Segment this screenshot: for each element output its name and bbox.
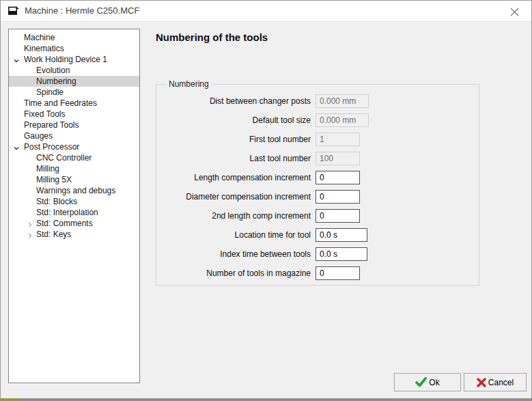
sidebar-item-std-comments[interactable]: Std: Comments (9, 218, 139, 229)
sidebar-item-gauges[interactable]: Gauges (9, 130, 139, 141)
settings-tree: Machine Kinematics Work Holding Device 1… (8, 29, 140, 383)
sidebar-item-machine[interactable]: Machine (9, 32, 139, 43)
group-legend: Numbering (166, 79, 212, 89)
location-time-for-tool-input[interactable] (316, 228, 367, 242)
ok-button[interactable]: Ok (394, 373, 461, 391)
field-default-tool-size: Default tool size (163, 113, 471, 127)
cancel-button-label: Cancel (488, 378, 514, 387)
field-label: Default tool size (163, 115, 316, 125)
machine-icon (8, 5, 20, 19)
background-window-edge (0, 398, 532, 401)
diameter-compensation-increment-input[interactable] (316, 190, 360, 204)
field-location-time-for-tool: Location time for tool (163, 228, 471, 242)
ok-button-label: Ok (429, 378, 439, 387)
sidebar-item-cnc-controller[interactable]: CNC Controller (9, 152, 139, 163)
sidebar-item-kinematics[interactable]: Kinematics (9, 43, 139, 54)
field-label: Last tool number (163, 154, 316, 163)
field-index-time-between-tools: Index time between tools (163, 247, 471, 261)
chevron-right-icon[interactable] (27, 220, 33, 227)
field-number-of-tools-in-magazine: Number of tools in magazine (163, 266, 471, 280)
field-first-tool-number: First tool number (163, 133, 471, 146)
chevron-down-icon[interactable] (13, 56, 20, 63)
field-last-tool-number: Last tool number (163, 152, 471, 165)
sidebar-item-spindle[interactable]: Spindle (9, 87, 139, 98)
dist-between-changer-posts-input (316, 94, 369, 108)
sidebar-item-numbering[interactable]: Numbering (9, 76, 139, 87)
chevron-down-icon[interactable] (13, 143, 20, 150)
first-tool-number-input (316, 133, 360, 146)
index-time-between-tools-input[interactable] (316, 247, 367, 261)
field-label: Number of tools in magazine (163, 268, 316, 278)
sidebar-item-milling[interactable]: Milling (9, 163, 139, 174)
sidebar-item-milling-5x[interactable]: Milling 5X (9, 174, 139, 185)
close-icon[interactable] (508, 5, 520, 18)
field-label: Diameter compensation increment (163, 192, 316, 202)
sidebar-item-prepared-tools[interactable]: Prepared Tools (9, 120, 139, 130)
numbering-group: Numbering Dist between changer posts Def… (156, 79, 479, 286)
last-tool-number-input (316, 152, 360, 165)
sidebar-item-std-blocks[interactable]: Std: Blocks (9, 196, 139, 207)
sidebar-item-warnings-and-debugs[interactable]: Warnings and debugs (9, 185, 139, 196)
sidebar-item-std-interpolation[interactable]: Std: Interpolation (9, 207, 139, 218)
sidebar-item-work-holding-device-1[interactable]: Work Holding Device 1 (9, 54, 139, 65)
field-label: Length compensation increment (163, 173, 316, 182)
field-label: Index time between tools (163, 249, 316, 259)
field-2nd-length-comp-increment: 2nd length comp increment (163, 209, 471, 223)
sidebar-item-evolution[interactable]: Evolution (9, 65, 139, 76)
sidebar-item-time-and-feedrates[interactable]: Time and Feedrates (9, 98, 139, 109)
titlebar: Machine : Hermle C250.MCF (1, 1, 531, 22)
default-tool-size-input (316, 113, 369, 127)
page-title: Numbering of the tools (156, 31, 268, 43)
field-dist-between-changer-posts: Dist between changer posts (163, 94, 471, 108)
field-length-compensation-increment: Length compensation increment (163, 171, 471, 184)
field-label: Dist between changer posts (163, 96, 316, 106)
chevron-right-icon[interactable] (27, 231, 33, 238)
field-label: 2nd length comp increment (163, 211, 316, 221)
field-diameter-compensation-increment: Diameter compensation increment (163, 190, 471, 204)
x-icon (477, 378, 486, 387)
sidebar-item-fixed-tools[interactable]: Fixed Tools (9, 109, 139, 120)
sidebar-item-std-keys[interactable]: Std: Keys (9, 229, 139, 240)
number-of-tools-in-magazine-input[interactable] (316, 266, 360, 280)
2nd-length-comp-increment-input[interactable] (316, 209, 360, 223)
length-compensation-increment-input[interactable] (316, 171, 360, 184)
cancel-button[interactable]: Cancel (464, 373, 527, 391)
window-title: Machine : Hermle C250.MCF (25, 1, 139, 21)
field-label: First tool number (163, 135, 316, 144)
sidebar-item-post-processor[interactable]: Post Processor (9, 141, 139, 152)
field-label: Location time for tool (163, 230, 316, 240)
check-icon (415, 377, 427, 387)
background-window-edge-accent (0, 398, 20, 401)
